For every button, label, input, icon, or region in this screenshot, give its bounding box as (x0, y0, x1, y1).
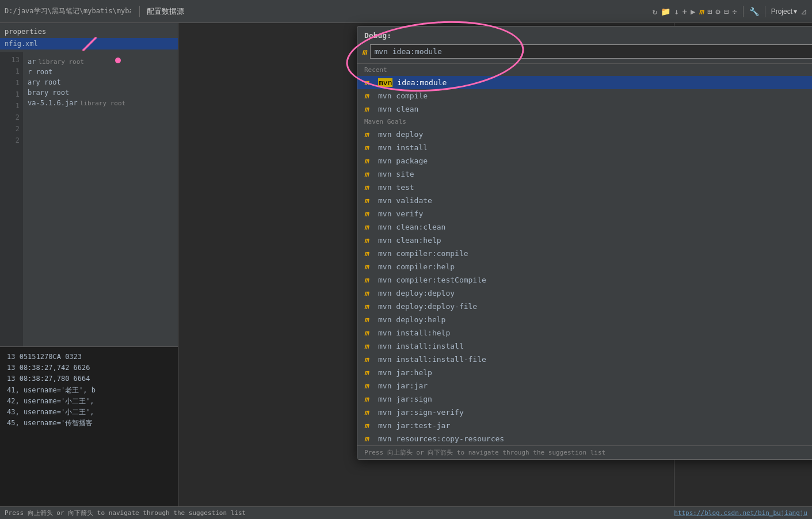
dropdown-item-g3-text: mvn package (378, 157, 428, 165)
dropdown-item-g20-text: mvn jar:jar (378, 381, 428, 390)
dropdown-item-g4[interactable]: m mvn site (357, 167, 812, 181)
dropdown-item-g15[interactable]: m mvn deploy:help (357, 313, 812, 326)
dropdown-item-recent-2-text: mvn compile (378, 91, 428, 100)
layout-icon[interactable]: ⊟ (724, 7, 729, 16)
dropdown-item-g9[interactable]: m mvn clean:help (357, 234, 812, 247)
dropdown-item-g11[interactable]: m mvn compiler:help (357, 260, 812, 273)
config-file-item[interactable]: nfig.xml (0, 38, 178, 49)
dropdown-item-g8-text: mvn clean:clean (378, 223, 445, 231)
wrench-icon[interactable]: 🔧 (749, 7, 759, 16)
dropdown-item-g24-text: mvn resources:copy-resources (378, 434, 504, 443)
status-bar-link[interactable]: https://blog.csdn.net/bin_bujiangju (674, 509, 807, 517)
download-icon[interactable]: ↓ (674, 7, 678, 16)
mvn-icon-g9: m (364, 236, 373, 245)
tree-item-2[interactable]: r root (23, 67, 178, 77)
project-tree: ar library root r root ary root brary ro… (23, 52, 178, 346)
project-dropdown[interactable]: Project ▾ (771, 7, 797, 16)
mvn-icon-g12: m (364, 276, 373, 284)
toolbar-separator (139, 6, 140, 17)
line-num-1: 13 (0, 54, 23, 66)
console-line-2: 13 08:38:27,742 6626 (7, 362, 171, 373)
dropdown-item-g14-text: mvn deploy:deploy-file (378, 302, 477, 311)
tree-item-4[interactable]: brary root (23, 87, 178, 98)
dropdown-item-recent-2[interactable]: m mvn compile (357, 89, 812, 102)
console-line-7: 45, username='传智播客 (7, 418, 171, 429)
tree-item-3-text: ary root (28, 78, 61, 86)
content-area: Debug: m Recent m mvn idea:module m mvn … (178, 23, 674, 519)
mvn-icon-g10: m (364, 249, 373, 258)
dropdown-item-g14[interactable]: m mvn deploy:deploy-file (357, 300, 812, 313)
dropdown-item-g8[interactable]: m mvn clean:clean (357, 220, 812, 234)
mvn-icon-1: m (364, 78, 373, 87)
play-icon[interactable]: ▶ (691, 7, 695, 16)
settings-icon[interactable]: ⚙ (715, 7, 720, 16)
folder-icon[interactable]: 📁 (661, 7, 670, 16)
mvn-icon-g11: m (364, 262, 373, 271)
mvn-icon-g19: m (364, 368, 373, 377)
console-line-4: 41, username='老王', b (7, 385, 171, 396)
tree-item-5-label2: library root (80, 100, 125, 107)
expand-icon[interactable]: ÷ (732, 7, 737, 16)
dropdown-item-g18[interactable]: m mvn install:install-file (357, 353, 812, 366)
dropdown-item-g9-text: mvn clean:help (378, 236, 441, 245)
add-icon[interactable]: + (683, 7, 687, 16)
mvn-icon-g1: m (364, 130, 373, 139)
config-label: 配置数据源 (147, 6, 184, 17)
split-icon[interactable]: ⊞ (707, 7, 712, 16)
dropdown-item-g20[interactable]: m mvn jar:jar (357, 379, 812, 392)
dropdown-item-g15-text: mvn deploy:help (378, 315, 445, 324)
dropdown-item-g6[interactable]: m mvn validate (357, 194, 812, 207)
dropdown-item-g2[interactable]: m mvn install (357, 141, 812, 154)
dropdown-item-g16[interactable]: m mvn install:help (357, 326, 812, 339)
console-line-3: 13 08:38:27,780 6664 (7, 373, 171, 384)
mvn-icon-g21: m (364, 395, 373, 403)
m-icon[interactable]: m (699, 7, 703, 16)
dropdown-item-g10[interactable]: m mvn compiler:compile (357, 247, 812, 260)
mvn-icon-g5: m (364, 183, 373, 192)
dropdown-item-g21[interactable]: m mvn jar:sign (357, 392, 812, 406)
debug-input-icon: m (362, 47, 367, 56)
tree-item-3[interactable]: ary root (23, 77, 178, 87)
dropdown-item-g3[interactable]: m mvn package (357, 154, 812, 167)
dropdown-item-g6-text: mvn validate (378, 196, 432, 205)
dropdown-item-g22[interactable]: m mvn jar:sign-verify (357, 406, 812, 419)
debug-input-field[interactable] (370, 44, 812, 59)
status-bar-hint: Press 向上箭头 or 向下箭头 to navigate through t… (5, 509, 246, 517)
dropdown-item-g1[interactable]: m mvn deploy (357, 128, 812, 141)
mvn-icon-g8: m (364, 223, 373, 231)
mvn-icon-3: m (364, 105, 373, 113)
dropdown-item-recent-3[interactable]: m mvn clean (357, 102, 812, 116)
filter-icon[interactable]: ⊿ (800, 7, 807, 16)
dropdown-item-g17-text: mvn install:install (378, 342, 464, 350)
dropdown-item-g13[interactable]: m mvn deploy:deploy (357, 287, 812, 300)
debug-header: Debug: (357, 26, 812, 42)
refresh-icon[interactable]: ↻ (653, 7, 657, 16)
dropdown-item-g24[interactable]: m mvn resources:copy-resources (357, 432, 812, 445)
console-line-5: 42, username='小二王', (7, 396, 171, 407)
dropdown-item-g12[interactable]: m mvn compiler:testCompile (357, 273, 812, 287)
dropdown-item-g7[interactable]: m mvn verify (357, 207, 812, 220)
maven-goals-label: Maven Goals (357, 116, 812, 128)
dropdown-item-recent-1[interactable]: m mvn idea:module (357, 76, 812, 89)
dropdown-item-g22-text: mvn jar:sign-verify (378, 408, 464, 417)
dropdown-item-g23[interactable]: m mvn jar:test-jar (357, 419, 812, 432)
mvn-icon-g23: m (364, 421, 373, 430)
dropdown-item-g17[interactable]: m mvn install:install (357, 339, 812, 353)
tree-item-5[interactable]: va-5.1.6.jar library root (23, 98, 178, 108)
line-num-4: 1 (0, 89, 23, 100)
dropdown-item-g2-text: mvn install (378, 143, 428, 152)
toolbar-title: D:/java学习\黑马笔记\mybatis\mybatis_d (5, 6, 131, 16)
dropdown-item-g19[interactable]: m mvn jar:help (357, 366, 812, 379)
toolbar: D:/java学习\黑马笔记\mybatis\mybatis_d 配置数据源 ↻… (0, 0, 812, 23)
dropdown-item-g5[interactable]: m mvn test (357, 181, 812, 194)
status-bar: Press 向上箭头 or 向下箭头 to navigate through t… (0, 506, 812, 519)
toolbar-sep2 (743, 6, 744, 17)
dropdown-item-g21-text: mvn jar:sign (378, 395, 432, 403)
tree-item-1[interactable]: ar library root (23, 56, 178, 67)
dropdown-item-g7-text: mvn verify (378, 209, 423, 218)
dropdown-list: Recent m mvn idea:module m mvn compile m… (357, 63, 812, 459)
dropdown-hint: Press 向上箭头 or 向下箭头 to navigate through t… (357, 445, 812, 459)
bottom-console: 13 05151270CA 0323 13 08:38:27,742 6626 … (0, 346, 178, 519)
line-num-7: 2 (0, 123, 23, 135)
tree-item-5-text: va-5.1.6.jar (28, 99, 78, 107)
